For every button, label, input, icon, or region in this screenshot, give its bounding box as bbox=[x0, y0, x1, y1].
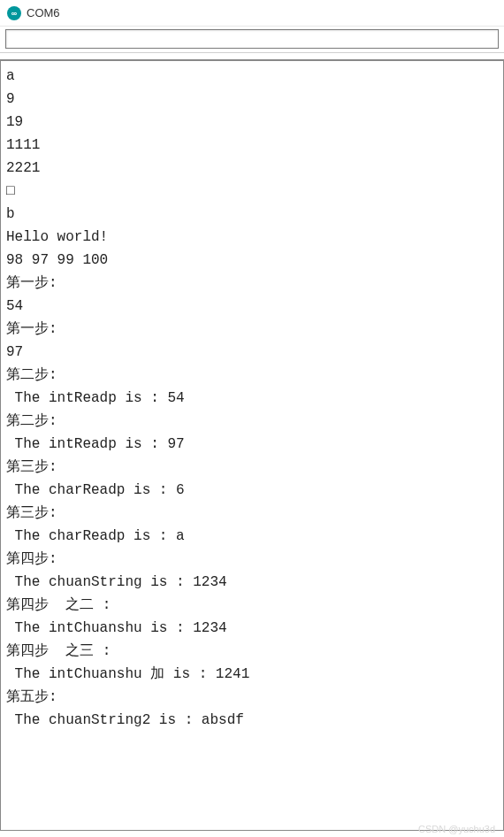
console-line: □ bbox=[6, 180, 498, 203]
console-line: Hello world! bbox=[6, 226, 498, 249]
console-line: 第一步: bbox=[6, 272, 498, 295]
console-line: 9 bbox=[6, 88, 498, 111]
watermark: CSDN @yuchu3d bbox=[418, 824, 495, 834]
console-line: 第一步: bbox=[6, 318, 498, 341]
console-line: The intReadp is : 97 bbox=[6, 433, 498, 456]
separator bbox=[0, 53, 504, 60]
console-line: 98 97 99 100 bbox=[6, 249, 498, 272]
console-line: 第三步: bbox=[6, 502, 498, 525]
console-line: b bbox=[6, 203, 498, 226]
console-line: The charReadp is : 6 bbox=[6, 479, 498, 502]
console-line: 第四步 之二 : bbox=[6, 594, 498, 617]
app-icon-glyph: ∞ bbox=[11, 9, 17, 18]
window-title: COM6 bbox=[27, 6, 60, 19]
console-line: 2221 bbox=[6, 157, 498, 180]
console-line: The intChuanshu 加 is : 1241 bbox=[6, 663, 498, 686]
console-line: The chuanString2 is : absdf bbox=[6, 709, 498, 732]
app-icon: ∞ bbox=[7, 6, 21, 20]
console-line: The intReadp is : 54 bbox=[6, 387, 498, 410]
console-line: 19 bbox=[6, 111, 498, 134]
console-line: 第四步: bbox=[6, 548, 498, 571]
console-line: The charReadp is : a bbox=[6, 525, 498, 548]
console-line: The intChuanshu is : 1234 bbox=[6, 617, 498, 640]
console-line: 第三步: bbox=[6, 456, 498, 479]
console-line: 第四步 之三 : bbox=[6, 640, 498, 663]
console-line: a bbox=[6, 65, 498, 88]
serial-console[interactable]: a91911112221□bHello world!98 97 99 100第一… bbox=[0, 60, 504, 831]
console-line: 97 bbox=[6, 341, 498, 364]
console-line: 54 bbox=[6, 295, 498, 318]
console-line: 第二步: bbox=[6, 410, 498, 433]
console-line: 第五步: bbox=[6, 686, 498, 709]
serial-input[interactable] bbox=[5, 29, 499, 49]
input-area bbox=[0, 27, 504, 53]
console-line: 第二步: bbox=[6, 364, 498, 387]
titlebar: ∞ COM6 bbox=[0, 0, 504, 27]
console-line: The chuanString is : 1234 bbox=[6, 571, 498, 594]
console-line: 1111 bbox=[6, 134, 498, 157]
